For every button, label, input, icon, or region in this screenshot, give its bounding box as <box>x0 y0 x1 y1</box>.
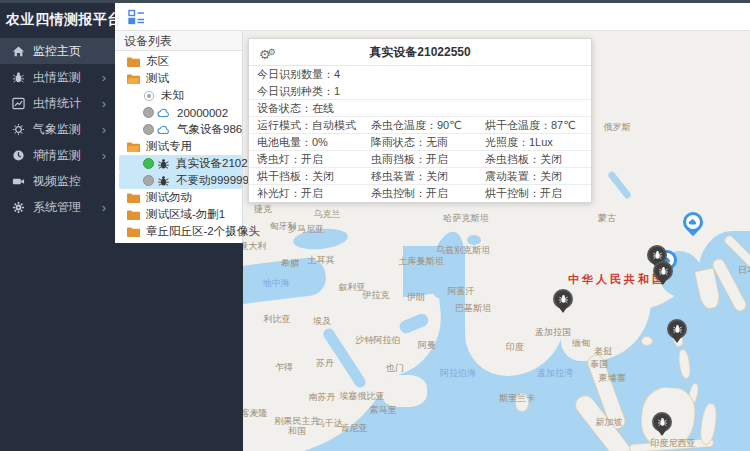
insect-station-marker[interactable] <box>667 319 687 339</box>
sea-label: 孟加拉湾 <box>537 367 573 380</box>
weather-device-icon <box>157 108 171 118</box>
sidebar-item-label: 系统管理 <box>33 199 102 216</box>
sidebar-item-monitor-home[interactable]: 监控主页 <box>0 38 115 64</box>
insect-station-marker[interactable] <box>553 289 573 309</box>
popup-status-cell: 电池电量：0% <box>249 134 363 150</box>
insect-device-icon <box>157 158 170 170</box>
panel-toggle-icon[interactable] <box>128 9 146 25</box>
status-dot-offline <box>143 107 154 118</box>
tree-item[interactable]: 测试区域-勿删1 <box>115 206 242 223</box>
popup-status-cell: 杀虫仓温度：90℃ <box>363 117 477 133</box>
popup-body: 今日识别数量：4今日识别种类：1设备状态：在线运行模式：自动模式杀虫仓温度：90… <box>249 66 591 202</box>
tree-item-label: 章丘阳丘区-2个摄像头 <box>146 224 260 239</box>
popup-grid-row: 烘干挡板：关闭移虫装置：关闭震动装置：关闭 <box>249 168 591 185</box>
popup-status-cell: 降雨状态：无雨 <box>363 134 477 150</box>
device-panel-card: 设备列表 东区测试未知20000002气象设备986测试专用真实设备210225… <box>115 31 243 243</box>
settings-cogs-icon[interactable]: ⚙⚙ <box>259 39 276 68</box>
sidebar-item-label: 气象监测 <box>33 121 102 138</box>
sidebar-item-label: 监控主页 <box>33 43 115 60</box>
tree-item[interactable]: 不要动99999999 <box>119 172 242 189</box>
tree-item[interactable]: 测试 <box>115 70 242 87</box>
radio-icon <box>143 90 155 102</box>
popup-status-cell: 烘干挡板：关闭 <box>249 168 363 184</box>
tree-item[interactable]: 东区 <box>115 53 242 70</box>
status-dot-online <box>143 158 154 169</box>
tree-item-label: 测试勿动 <box>146 190 192 205</box>
popup-status-cell: 补光灯：开启 <box>249 185 363 202</box>
tree-item-label: 气象设备986 <box>177 122 242 137</box>
popup-info-row: 设备状态：在线 <box>249 100 591 117</box>
sidebar-item-system-manage[interactable]: 系统管理› <box>0 194 115 220</box>
popup-status-cell: 移虫装置：关闭 <box>363 168 477 184</box>
weather-device-icon <box>157 125 171 135</box>
folder-icon <box>126 56 140 68</box>
device-panel-title: 设备列表 <box>115 31 242 51</box>
sidebar-item-insect-monitor[interactable]: 虫情监测› <box>0 64 115 90</box>
popup-grid-row: 运行模式：自动模式杀虫仓温度：90℃烘干仓温度：87℃ <box>249 117 591 134</box>
insect-station-marker[interactable] <box>652 412 672 432</box>
sidebar-item-weather-monitor[interactable]: 气象监测› <box>0 116 115 142</box>
sidebar-item-soil-monitor[interactable]: 墒情监测› <box>0 142 115 168</box>
sidebar-item-label: 墒情监测 <box>33 147 102 164</box>
tree-item[interactable]: 未知 <box>115 87 242 104</box>
popup-title-bar: ⚙⚙ 真实设备21022550 <box>249 39 591 66</box>
island-hainan <box>641 336 653 346</box>
sidebar-item-video-monitor[interactable]: 视频监控 <box>0 168 115 194</box>
tree-item[interactable]: 测试勿动 <box>115 189 242 206</box>
folder-icon <box>126 209 140 221</box>
bug-icon <box>11 70 25 84</box>
tree-item[interactable]: 测试专用 <box>115 138 242 155</box>
chevron-right-icon: › <box>102 122 106 137</box>
tree-item-label: 测试区域-勿删1 <box>146 207 225 222</box>
tree-item[interactable]: 真实设备21022550 <box>119 155 242 172</box>
popup-status-cell: 光照度：1Lux <box>477 134 591 150</box>
sidebar-item-insect-stats[interactable]: 虫情统计› <box>0 90 115 116</box>
settings-icon <box>11 200 25 214</box>
popup-grid-row: 诱虫灯：开启虫雨挡板：开启杀虫挡板：关闭 <box>249 151 591 168</box>
device-tree: 东区测试未知20000002气象设备986测试专用真实设备21022550不要动… <box>115 51 242 240</box>
weather-marker-face <box>686 215 700 229</box>
tree-item-label: 20000002 <box>177 107 228 119</box>
tree-item-label: 东区 <box>146 54 169 69</box>
island-srilanka <box>515 393 529 412</box>
popup-status-cell: 诱虫灯：开启 <box>249 151 363 167</box>
tree-item-label: 未知 <box>161 88 184 103</box>
device-panel: 设备列表 东区测试未知20000002气象设备986测试专用真实设备210225… <box>115 31 243 451</box>
insect-device-icon <box>157 175 170 187</box>
popup-device-title: 真实设备21022550 <box>369 45 470 59</box>
video-icon <box>11 174 25 188</box>
sidebar-item-label: 视频监控 <box>33 173 115 190</box>
tree-item[interactable]: 20000002 <box>115 104 242 121</box>
app-title: 农业四情测报平台 <box>0 0 115 29</box>
tree-item[interactable]: 章丘阳丘区-2个摄像头 <box>115 223 242 240</box>
home-icon <box>11 44 25 58</box>
popup-status-cell: 运行模式：自动模式 <box>249 117 363 133</box>
top-strip <box>0 0 750 3</box>
popup-status-cell: 烘干控制：开启 <box>477 185 591 202</box>
island-sulawesi <box>698 402 719 446</box>
status-dot-offline <box>143 175 154 186</box>
folder-icon <box>126 192 140 204</box>
sea-label: 阿拉伯海 <box>440 367 476 380</box>
tree-item[interactable]: 气象设备986 <box>115 121 242 138</box>
popup-info-row: 今日识别种类：1 <box>249 83 591 100</box>
popup-grid-row: 电池电量：0%降雨状态：无雨光照度：1Lux <box>249 134 591 151</box>
sidebar: 农业四情测报平台 监控主页虫情监测›虫情统计›气象监测›墒情监测›视频监控系统管… <box>0 0 115 451</box>
soil-icon <box>11 148 25 162</box>
folder-open-icon <box>126 141 140 153</box>
app-window: 农业四情测报平台 监控主页虫情监测›虫情统计›气象监测›墒情监测›视频监控系统管… <box>0 0 750 451</box>
sidebar-item-label: 虫情统计 <box>33 95 102 112</box>
land-africa-horn <box>381 375 427 407</box>
land-india <box>465 241 565 376</box>
sidebar-menu: 监控主页虫情监测›虫情统计›气象监测›墒情监测›视频监控系统管理› <box>0 38 115 220</box>
popup-status-cell: 杀虫控制：开启 <box>363 185 477 202</box>
tree-item-label: 测试 <box>146 71 169 86</box>
status-dot-offline <box>143 124 154 135</box>
popup-status-cell: 烘干仓温度：87℃ <box>477 117 591 133</box>
folder-open-icon <box>126 73 140 85</box>
lake-aral <box>467 235 481 245</box>
popup-status-cell: 震动装置：关闭 <box>477 168 591 184</box>
popup-grid-row: 补光灯：开启杀虫控制：开启烘干控制：开启 <box>249 185 591 202</box>
insect-station-marker[interactable] <box>653 261 673 281</box>
folder-icon <box>126 226 140 238</box>
